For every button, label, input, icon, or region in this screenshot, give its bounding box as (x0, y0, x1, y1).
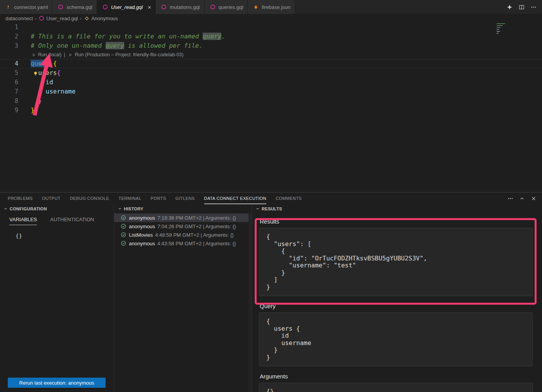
split-editor-icon[interactable] (519, 4, 525, 10)
lightbulb-icon[interactable] (32, 70, 38, 76)
history-header[interactable]: HISTORY (114, 204, 252, 213)
code-line-5: 5 users{ (0, 68, 542, 78)
graphql-icon (161, 4, 167, 10)
results-header-label: RESULTS (262, 206, 282, 211)
code-lines: 12# This is a file for you to write an u… (0, 23, 542, 115)
history-section: HISTORY anonymous7:19:36 PM GMT+2 | Argu… (114, 204, 252, 392)
config-tab-authentication[interactable]: AUTHENTICATION (50, 217, 94, 225)
panel-tab-ports[interactable]: PORTS (151, 193, 166, 204)
svg-text:!: ! (7, 5, 9, 9)
minimap-line (497, 27, 500, 28)
run-production-label: Run (Production – Project: friendly-flix… (75, 50, 184, 59)
breadcrumb-separator: › (80, 16, 82, 21)
code-line-9: 9} (0, 106, 542, 115)
breadcrumb-item-user-read-gql[interactable]: User_read.gql (38, 15, 78, 21)
code-token: is allowed per file. (124, 42, 203, 49)
tab-mutations-gql[interactable]: mutations.gql (156, 0, 204, 14)
codelens-separator: | (64, 50, 65, 59)
configuration-section: CONFIGURATION VARIABLESAUTHENTICATION {}… (0, 204, 114, 392)
code-token: # This is a file for you to write an un-… (31, 33, 203, 40)
editor-toolbar (507, 0, 542, 14)
minimap-line (497, 31, 500, 32)
panel-tab-gitlens[interactable]: GITLENS (175, 193, 195, 204)
vscode-window: !connector.yamlschema.gqlUser_read.gql×m… (0, 0, 542, 392)
minimap-line (497, 33, 499, 34)
graphql-icon (210, 4, 216, 10)
chevron-down-icon (116, 206, 123, 212)
tab-close-icon[interactable]: × (148, 4, 151, 10)
check-icon (120, 223, 127, 229)
tab-firebase-json[interactable]: firebase.json (248, 0, 295, 14)
variables-editor[interactable]: {} (0, 225, 114, 239)
check-icon (120, 232, 127, 238)
tab-connector-yaml[interactable]: !connector.yaml (0, 0, 52, 14)
history-item[interactable]: ListMovies4:48:59 PM GMT+2 | Arguments: … (114, 231, 252, 239)
run-local-link[interactable]: Run (local) (31, 50, 61, 59)
code-token (31, 88, 46, 95)
panel-tab-debug-console[interactable]: DEBUG CONSOLE (70, 193, 109, 204)
history-item[interactable]: anonymous4:43:58 PM GMT+2 | Arguments: {… (114, 239, 252, 248)
panel-tab-terminal[interactable]: TERMINAL (118, 193, 141, 204)
run-production-link[interactable]: Run (Production – Project: friendly-flix… (68, 50, 184, 59)
history-item-name: ListMovies (129, 232, 153, 238)
config-tab-variables[interactable]: VARIABLES (9, 217, 37, 225)
code-line-content: # This is a file for you to write an un-… (24, 32, 225, 41)
code-token (49, 60, 53, 67)
graphql-icon (38, 15, 45, 21)
tab-user-read-gql[interactable]: User_read.gql× (97, 0, 156, 14)
history-item[interactable]: anonymous7:04:26 PM GMT+2 | Arguments: {… (114, 222, 252, 231)
breadcrumb-item-dataconnect[interactable]: dataconnect (5, 16, 33, 21)
code-line-content: # Only one un-named query is allowed per… (24, 41, 203, 50)
chevron-down-icon (2, 206, 9, 212)
panel-body: CONFIGURATION VARIABLESAUTHENTICATION {}… (0, 204, 542, 392)
editor-tabs: !connector.yamlschema.gqlUser_read.gql×m… (0, 0, 295, 14)
tab-label: schema.gql (66, 4, 92, 10)
tab-queries-gql[interactable]: queries.gql (205, 0, 248, 14)
panel-tab-data-connect-execution[interactable]: DATA CONNECT EXECUTION (204, 193, 266, 204)
code-line-7: 7 username (0, 87, 542, 96)
panel-close-icon[interactable] (531, 196, 537, 201)
copilot-sparkle-icon[interactable] (507, 4, 512, 10)
code-token: # Only one un-named (31, 42, 106, 49)
history-item-meta: 4:43:58 PM GMT+2 | Arguments: {} (157, 241, 236, 246)
panel-tab-problems[interactable]: PROBLEMS (8, 193, 33, 204)
breadcrumb-item-anonymous[interactable]: Anonymous (83, 15, 118, 21)
history-list: anonymous7:19:36 PM GMT+2 | Arguments: {… (114, 213, 252, 248)
line-number: 8 (0, 96, 24, 106)
history-scrollbar[interactable] (248, 213, 252, 392)
panel-tabs: PROBLEMSOUTPUTDEBUG CONSOLETERMINALPORTS… (8, 193, 311, 204)
result-box-arguments: {} (259, 383, 533, 392)
code-token (31, 97, 38, 104)
rerun-button[interactable]: Rerun last execution: anonymous (8, 378, 106, 388)
panel-tab-comments[interactable]: COMMENTS (276, 193, 302, 204)
code-editor[interactable]: 12# This is a file for you to write an u… (0, 23, 542, 192)
warning-icon: ! (5, 4, 11, 10)
code-token: { (57, 69, 61, 76)
line-number: 6 (0, 78, 24, 87)
minimap-line (497, 23, 505, 24)
line-number: 5 (0, 68, 24, 78)
panel-more-icon[interactable] (507, 196, 513, 201)
line-number: 2 (0, 32, 24, 41)
history-item-name: anonymous (129, 215, 155, 221)
tab-schema-gql[interactable]: schema.gql (52, 0, 97, 14)
more-actions-icon[interactable] (531, 4, 537, 10)
line-number: 7 (0, 87, 24, 96)
line-number: 1 (0, 23, 24, 32)
panel-tab-bar: PROBLEMSOUTPUTDEBUG CONSOLETERMINALPORTS… (0, 193, 542, 204)
history-item[interactable]: anonymous7:19:36 PM GMT+2 | Arguments: {… (114, 213, 252, 222)
bottom-panel: PROBLEMSOUTPUTDEBUG CONSOLETERMINALPORTS… (0, 192, 542, 392)
tab-label: firebase.json (262, 4, 290, 10)
graphql-icon (57, 4, 64, 10)
code-line-content (24, 23, 31, 32)
history-item-name: anonymous (129, 224, 155, 229)
configuration-header[interactable]: CONFIGURATION (0, 204, 114, 213)
panel-maximize-chevron-up-icon[interactable] (519, 196, 525, 201)
result-box-results: { "users": [ { "id": "OrTucFODZHTksvBSBU… (259, 228, 533, 296)
check-icon (120, 240, 127, 246)
panel-tab-output[interactable]: OUTPUT (42, 193, 61, 204)
codelens-row: Run (local)|Run (Production – Project: f… (0, 50, 542, 59)
configuration-header-label: CONFIGURATION (10, 206, 47, 211)
results-header[interactable]: RESULTS (252, 204, 542, 213)
minimap[interactable] (497, 23, 535, 56)
